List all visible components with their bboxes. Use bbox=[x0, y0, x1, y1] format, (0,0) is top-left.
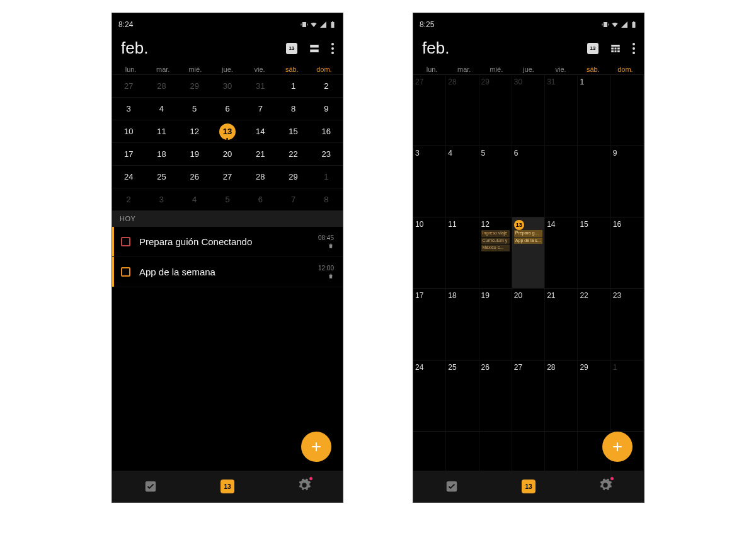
overflow-menu-icon[interactable] bbox=[633, 43, 635, 54]
calendar-day[interactable]: 5 bbox=[211, 188, 244, 210]
nav-settings[interactable] bbox=[266, 471, 343, 502]
calendar-day[interactable]: 22 bbox=[277, 142, 309, 165]
calendar-day[interactable]: 18 bbox=[145, 142, 178, 165]
calendar-day[interactable]: 29 bbox=[178, 74, 211, 97]
month-day-cell[interactable]: 1 bbox=[611, 360, 644, 431]
calendar-day[interactable]: 19 bbox=[178, 142, 211, 165]
add-event-fab[interactable]: + bbox=[602, 432, 633, 462]
calendar-day[interactable]: 6 bbox=[211, 97, 244, 120]
month-day-cell[interactable]: 26 bbox=[479, 360, 512, 431]
month-day-cell[interactable]: 19 bbox=[479, 288, 512, 359]
nav-tasks[interactable] bbox=[413, 471, 490, 502]
month-day-cell[interactable]: 20 bbox=[512, 288, 545, 359]
month-day-cell[interactable]: 16 bbox=[611, 217, 644, 288]
month-day-cell[interactable]: 5 bbox=[479, 146, 512, 217]
nav-calendar[interactable]: 13 bbox=[490, 471, 567, 502]
month-day-cell[interactable]: 24 bbox=[413, 360, 446, 431]
calendar-day[interactable]: 1 bbox=[277, 74, 309, 97]
today-button[interactable]: 13 bbox=[587, 43, 598, 54]
calendar-day[interactable]: 2 bbox=[310, 74, 343, 97]
nav-settings[interactable] bbox=[567, 471, 644, 502]
month-day-cell[interactable]: 15 bbox=[578, 217, 610, 288]
calendar-day[interactable]: 25 bbox=[145, 165, 178, 188]
calendar-day[interactable]: 20 bbox=[211, 142, 244, 165]
calendar-day[interactable]: 3 bbox=[112, 97, 145, 120]
month-day-cell[interactable]: 4 bbox=[446, 146, 479, 217]
calendar-day[interactable]: 8 bbox=[310, 188, 343, 210]
calendar-day[interactable]: 4 bbox=[178, 188, 211, 210]
month-mini-grid[interactable]: 2728293031123456789101112131415161718192… bbox=[112, 74, 343, 210]
month-day-cell[interactable]: 25 bbox=[446, 360, 479, 431]
calendar-day[interactable]: 23 bbox=[310, 142, 343, 165]
month-day-cell[interactable]: 18 bbox=[446, 288, 479, 359]
calendar-day[interactable]: 27 bbox=[112, 74, 145, 97]
task-row[interactable]: Prepara guión Conectando08:45 bbox=[112, 227, 343, 257]
month-day-cell[interactable]: 31 bbox=[545, 74, 578, 146]
month-day-cell[interactable]: 17 bbox=[413, 288, 446, 359]
add-event-fab[interactable]: + bbox=[301, 432, 331, 462]
calendar-day[interactable]: 7 bbox=[244, 97, 277, 120]
month-day-cell[interactable]: 29 bbox=[479, 74, 512, 146]
task-checkbox[interactable] bbox=[121, 237, 130, 246]
month-label[interactable]: feb. bbox=[121, 38, 286, 58]
calendar-day[interactable]: 9 bbox=[310, 97, 343, 120]
calendar-day[interactable]: 11 bbox=[145, 120, 178, 142]
calendar-day[interactable]: 2 bbox=[112, 188, 145, 210]
month-day-cell[interactable]: 28 bbox=[545, 360, 578, 431]
calendar-day[interactable]: 6 bbox=[244, 188, 277, 210]
calendar-day[interactable]: 24 bbox=[112, 165, 145, 188]
month-day-cell[interactable]: 10 bbox=[413, 217, 446, 288]
calendar-day[interactable]: 3 bbox=[145, 188, 178, 210]
nav-calendar[interactable]: 13 bbox=[189, 471, 266, 502]
calendar-day[interactable]: 5 bbox=[178, 97, 211, 120]
month-day-cell[interactable]: 28 bbox=[446, 74, 479, 146]
calendar-day[interactable]: 17 bbox=[112, 142, 145, 165]
calendar-day[interactable]: 16 bbox=[310, 120, 343, 142]
event-chip[interactable]: Prepara gui... bbox=[514, 230, 542, 236]
calendar-day[interactable]: 13 bbox=[211, 120, 244, 142]
event-chip[interactable]: México c... bbox=[481, 244, 510, 251]
month-day-cell[interactable]: 29 bbox=[578, 360, 610, 431]
month-day-cell[interactable]: 30 bbox=[512, 74, 545, 146]
month-label[interactable]: feb. bbox=[422, 38, 587, 58]
event-chip[interactable]: Ingreso viaje bbox=[481, 230, 510, 236]
month-day-cell[interactable]: 3 bbox=[413, 146, 446, 217]
task-row[interactable]: App de la semana12:00 bbox=[112, 257, 343, 287]
event-chip[interactable]: App de la s... bbox=[514, 238, 542, 244]
calendar-day[interactable]: 28 bbox=[244, 165, 277, 188]
month-day-cell[interactable] bbox=[611, 74, 644, 146]
month-day-cell[interactable]: 21 bbox=[545, 288, 578, 359]
month-day-cell[interactable]: 11 bbox=[446, 217, 479, 288]
month-day-cell[interactable]: 13Prepara gui...App de la s... bbox=[512, 217, 545, 288]
view-month-icon[interactable] bbox=[610, 43, 621, 54]
calendar-day[interactable]: 14 bbox=[244, 120, 277, 142]
calendar-day[interactable]: 15 bbox=[277, 120, 309, 142]
calendar-day[interactable]: 1 bbox=[310, 165, 343, 188]
view-agenda-icon[interactable] bbox=[309, 43, 320, 54]
month-day-cell[interactable]: 12Ingreso viajeCurrículum yMéxico c... bbox=[479, 217, 512, 288]
calendar-day[interactable]: 28 bbox=[145, 74, 178, 97]
calendar-day[interactable]: 8 bbox=[277, 97, 309, 120]
calendar-day[interactable]: 29 bbox=[277, 165, 309, 188]
month-day-cell[interactable] bbox=[578, 146, 610, 217]
calendar-day[interactable]: 21 bbox=[244, 142, 277, 165]
month-day-cell[interactable]: 1 bbox=[578, 74, 610, 146]
event-chip[interactable]: Currículum y bbox=[481, 238, 510, 244]
overflow-menu-icon[interactable] bbox=[331, 43, 334, 54]
calendar-day[interactable]: 12 bbox=[178, 120, 211, 142]
calendar-day[interactable]: 4 bbox=[145, 97, 178, 120]
calendar-day[interactable]: 10 bbox=[112, 120, 145, 142]
month-day-cell[interactable]: 14 bbox=[545, 217, 578, 288]
calendar-day[interactable]: 26 bbox=[178, 165, 211, 188]
calendar-day[interactable]: 30 bbox=[211, 74, 244, 97]
nav-tasks[interactable] bbox=[112, 471, 189, 502]
month-day-cell[interactable]: 27 bbox=[512, 360, 545, 431]
month-day-cell[interactable]: 9 bbox=[611, 146, 644, 217]
calendar-day[interactable]: 31 bbox=[244, 74, 277, 97]
month-day-cell[interactable] bbox=[545, 146, 578, 217]
month-day-cell[interactable]: 23 bbox=[611, 288, 644, 359]
calendar-day[interactable]: 7 bbox=[277, 188, 309, 210]
calendar-day[interactable]: 27 bbox=[211, 165, 244, 188]
today-button[interactable]: 13 bbox=[286, 43, 297, 54]
month-day-cell[interactable]: 27 bbox=[413, 74, 446, 146]
